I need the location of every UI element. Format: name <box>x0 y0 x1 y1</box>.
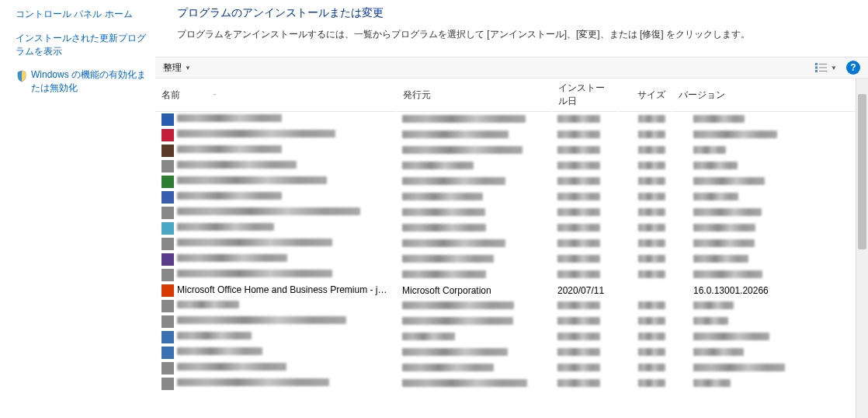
program-icon <box>161 315 174 328</box>
installed-updates-link[interactable]: インストールされた更新プログラムを表示 <box>16 32 148 58</box>
organize-button[interactable]: 整理 ▼ <box>163 61 191 75</box>
table-row[interactable] <box>155 314 856 329</box>
sort-caret-icon: ˆ <box>214 92 216 99</box>
sidebar: コントロール パネル ホーム インストールされた更新プログラムを表示 Windo… <box>0 0 155 418</box>
chevron-down-icon: ▼ <box>831 64 837 71</box>
table-row[interactable] <box>155 252 856 267</box>
table-row[interactable]: Microsoft Office Home and Business Premi… <box>155 283 856 298</box>
program-name: Microsoft Office Home and Business Premi… <box>177 284 394 295</box>
help-button[interactable]: ? <box>846 61 860 75</box>
column-header-publisher[interactable]: 発行元 <box>396 78 551 112</box>
svg-rect-3 <box>819 68 827 68</box>
organize-label: 整理 <box>163 61 182 75</box>
table-row[interactable] <box>155 361 856 376</box>
program-size <box>617 283 672 298</box>
table-row[interactable] <box>155 221 856 236</box>
toolbar: 整理 ▼ ▼ ? <box>155 57 868 78</box>
svg-rect-1 <box>819 64 827 64</box>
table-row[interactable] <box>155 143 856 158</box>
view-options-button[interactable]: ▼ <box>814 61 838 74</box>
table-row[interactable] <box>155 112 856 128</box>
svg-rect-5 <box>819 71 827 71</box>
table-row[interactable] <box>155 298 856 314</box>
program-icon <box>161 207 174 219</box>
program-icon <box>161 378 174 390</box>
program-icon <box>161 222 174 235</box>
table-row[interactable] <box>155 174 856 190</box>
program-icon <box>161 238 174 250</box>
shield-icon <box>16 70 28 82</box>
table-row[interactable] <box>155 376 856 392</box>
program-icon <box>161 176 174 188</box>
table-row[interactable] <box>155 205 856 221</box>
table-row[interactable] <box>155 190 856 205</box>
program-icon <box>161 129 174 141</box>
table-row[interactable] <box>155 329 856 345</box>
program-icon <box>161 191 174 204</box>
svg-rect-4 <box>815 70 818 72</box>
column-header-name[interactable]: 名前 ˆ <box>155 78 396 112</box>
table-row[interactable] <box>155 236 856 252</box>
svg-rect-2 <box>815 67 818 69</box>
scrollbar-thumb[interactable] <box>858 94 866 249</box>
page-subtitle: プログラムをアンインストールするには、一覧からプログラムを選択して [アンインス… <box>177 28 868 41</box>
list-view-icon <box>815 63 828 72</box>
program-icon <box>161 284 174 297</box>
program-icon <box>161 347 174 359</box>
control-panel-home-link[interactable]: コントロール パネル ホーム <box>16 8 148 21</box>
chevron-down-icon: ▼ <box>185 64 191 71</box>
column-header-version[interactable]: バージョン <box>672 78 856 112</box>
program-icon <box>161 300 174 312</box>
program-icon <box>161 253 174 266</box>
programs-table: 名前 ˆ 発行元 インストール日 サイズ バージョン Microsoft Off… <box>155 78 856 392</box>
program-icon <box>161 269 174 281</box>
program-icon <box>161 145 174 157</box>
column-header-install-date[interactable]: インストール日 <box>551 78 617 112</box>
program-icon <box>161 160 174 172</box>
table-row[interactable] <box>155 158 856 174</box>
program-version: 16.0.13001.20266 <box>672 283 856 298</box>
program-icon <box>161 362 174 374</box>
program-icon <box>161 113 174 126</box>
windows-features-link[interactable]: Windows の機能の有効化または無効化 <box>31 68 148 95</box>
main-panel: プログラムのアンインストールまたは変更 プログラムをアンインストールするには、一… <box>155 0 868 418</box>
svg-rect-0 <box>815 63 818 65</box>
program-publisher: Microsoft Corporation <box>396 283 551 298</box>
table-row[interactable] <box>155 267 856 283</box>
table-row[interactable] <box>155 345 856 361</box>
page-title: プログラムのアンインストールまたは変更 <box>177 6 868 20</box>
program-install-date: 2020/07/11 <box>551 283 617 298</box>
vertical-scrollbar[interactable] <box>856 78 868 418</box>
table-row[interactable] <box>155 127 856 143</box>
column-header-size[interactable]: サイズ <box>617 78 672 112</box>
program-icon <box>161 331 174 343</box>
